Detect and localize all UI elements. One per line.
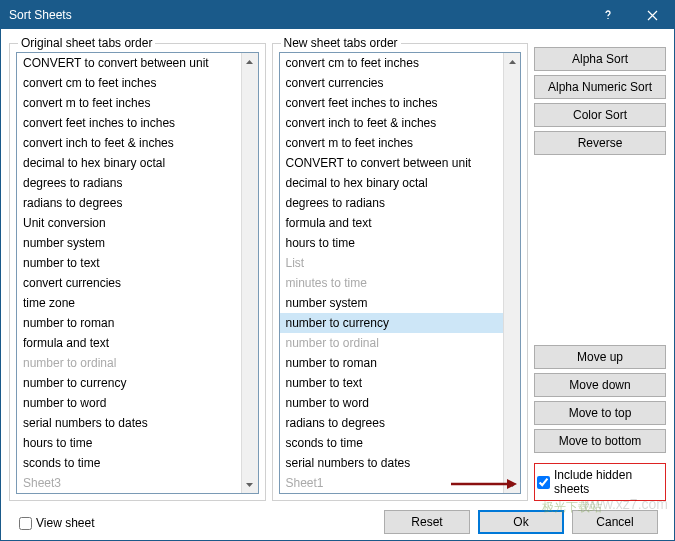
list-item[interactable]: convert feet inches to inches xyxy=(280,93,504,113)
list-item[interactable]: minutes to time xyxy=(280,273,504,293)
list-item[interactable]: decimal to hex binary octal xyxy=(17,153,241,173)
alpha-sort-button[interactable]: Alpha Sort xyxy=(534,47,666,71)
original-order-group: Original sheet tabs order CONVERT to con… xyxy=(9,43,266,501)
list-item[interactable]: time zone xyxy=(17,293,241,313)
list-item[interactable]: formula and text xyxy=(280,213,504,233)
scroll-track[interactable] xyxy=(504,70,520,476)
move-to-bottom-button[interactable]: Move to bottom xyxy=(534,429,666,453)
window-title: Sort Sheets xyxy=(9,8,586,22)
list-item[interactable]: Sheet3 xyxy=(17,473,241,493)
color-sort-button[interactable]: Color Sort xyxy=(534,103,666,127)
new-order-group: New sheet tabs order convert cm to feet … xyxy=(272,43,529,501)
scroll-up-button[interactable] xyxy=(504,53,520,70)
list-item[interactable]: number to currency xyxy=(17,373,241,393)
list-item[interactable]: convert inch to feet & inches xyxy=(280,113,504,133)
scrollbar[interactable] xyxy=(503,53,520,493)
list-item[interactable]: serial numbers to dates xyxy=(280,453,504,473)
list-item[interactable]: number to ordinal xyxy=(17,353,241,373)
dialog-window: Sort Sheets Original sheet tabs order CO… xyxy=(0,0,675,541)
move-to-top-button[interactable]: Move to top xyxy=(534,401,666,425)
include-hidden-checkbox[interactable]: Include hidden sheets xyxy=(534,463,666,501)
list-item[interactable]: decimal to hex binary octal xyxy=(280,173,504,193)
ok-button[interactable]: Ok xyxy=(478,510,564,534)
scroll-down-button[interactable] xyxy=(504,476,520,493)
list-item[interactable]: number system xyxy=(17,233,241,253)
list-item[interactable]: convert cm to feet inches xyxy=(280,53,504,73)
close-button[interactable] xyxy=(630,1,674,29)
list-item[interactable]: radians to degrees xyxy=(17,193,241,213)
list-item[interactable]: sconds to time xyxy=(280,433,504,453)
list-item[interactable]: number to roman xyxy=(17,313,241,333)
list-item[interactable]: number system xyxy=(280,293,504,313)
list-item[interactable]: radians to degrees xyxy=(280,413,504,433)
list-item[interactable]: convert feet inches to inches xyxy=(17,113,241,133)
alpha-numeric-sort-button[interactable]: Alpha Numeric Sort xyxy=(534,75,666,99)
list-item[interactable]: List xyxy=(280,253,504,273)
reverse-button[interactable]: Reverse xyxy=(534,131,666,155)
list-item[interactable]: hours to time xyxy=(280,233,504,253)
list-item[interactable]: CONVERT to convert between unit xyxy=(280,153,504,173)
list-item[interactable]: Unit conversion xyxy=(17,213,241,233)
scroll-track[interactable] xyxy=(242,70,258,476)
view-sheet-label: View sheet xyxy=(36,516,94,530)
dialog-content: Original sheet tabs order CONVERT to con… xyxy=(1,29,674,541)
include-hidden-label: Include hidden sheets xyxy=(554,468,663,496)
new-order-label: New sheet tabs order xyxy=(281,36,401,50)
list-item[interactable]: number to text xyxy=(17,253,241,273)
move-down-button[interactable]: Move down xyxy=(534,373,666,397)
list-item[interactable]: hours to time xyxy=(17,433,241,453)
list-item[interactable]: convert currencies xyxy=(280,73,504,93)
list-item[interactable]: degrees to radians xyxy=(17,173,241,193)
help-button[interactable] xyxy=(586,1,630,29)
list-item[interactable]: number to text xyxy=(280,373,504,393)
list-item[interactable]: number to currency xyxy=(280,313,504,333)
reset-button[interactable]: Reset xyxy=(384,510,470,534)
list-item[interactable]: CONVERT to convert between unit xyxy=(17,53,241,73)
list-item[interactable]: convert currencies xyxy=(17,273,241,293)
original-order-list[interactable]: CONVERT to convert between unitconvert c… xyxy=(17,53,241,493)
scroll-down-button[interactable] xyxy=(242,476,258,493)
view-sheet-input[interactable] xyxy=(19,517,32,530)
list-item[interactable]: Sheet1 xyxy=(280,473,504,493)
scrollbar[interactable] xyxy=(241,53,258,493)
list-item[interactable]: number to word xyxy=(17,393,241,413)
list-item[interactable]: degrees to radians xyxy=(280,193,504,213)
include-hidden-input[interactable] xyxy=(537,476,550,489)
list-item[interactable]: number to roman xyxy=(280,353,504,373)
list-item[interactable]: convert m to feet inches xyxy=(280,133,504,153)
scroll-up-button[interactable] xyxy=(242,53,258,70)
list-item[interactable]: sconds to time xyxy=(17,453,241,473)
view-sheet-checkbox[interactable]: View sheet xyxy=(17,512,96,534)
dialog-footer: View sheet Reset Ok Cancel xyxy=(9,501,666,541)
list-item[interactable]: convert m to feet inches xyxy=(17,93,241,113)
list-item[interactable]: formula and text xyxy=(17,333,241,353)
cancel-button[interactable]: Cancel xyxy=(572,510,658,534)
button-column: Alpha Sort Alpha Numeric Sort Color Sort… xyxy=(534,37,666,501)
list-item[interactable]: number to word xyxy=(280,393,504,413)
titlebar: Sort Sheets xyxy=(1,1,674,29)
list-item[interactable]: serial numbers to dates xyxy=(17,413,241,433)
original-order-label: Original sheet tabs order xyxy=(18,36,155,50)
move-up-button[interactable]: Move up xyxy=(534,345,666,369)
new-order-list[interactable]: convert cm to feet inchesconvert currenc… xyxy=(280,53,504,493)
list-item[interactable]: number to ordinal xyxy=(280,333,504,353)
list-item[interactable]: convert cm to feet inches xyxy=(17,73,241,93)
list-item[interactable]: convert inch to feet & inches xyxy=(17,133,241,153)
